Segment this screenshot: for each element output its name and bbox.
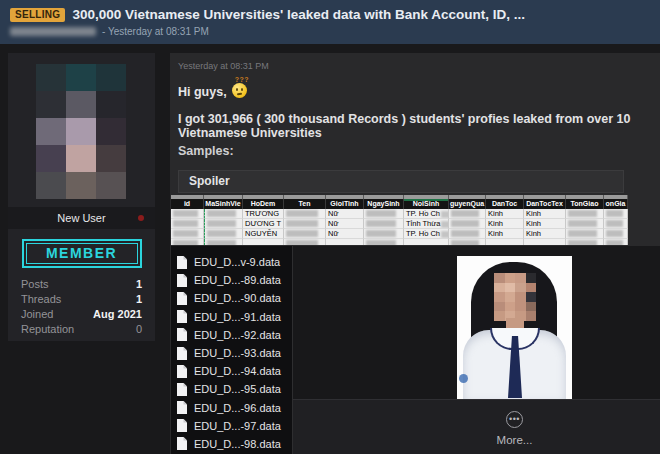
leaked-data-table: idMaSinhVieHoDemTenGioiTinhNgaySinhNoiSi… — [171, 195, 628, 245]
table-cell — [284, 229, 326, 239]
table-cell — [566, 209, 604, 219]
table-row — [171, 239, 628, 245]
table-cell — [566, 239, 604, 245]
forum-thread-page: SELLING 300,000 Vietnamese Universities'… — [0, 0, 660, 454]
file-list-item[interactable]: EDU_D...-97.data — [177, 417, 292, 435]
more-button[interactable]: More... — [457, 434, 572, 446]
table-header-cell: NoiSinh — [404, 199, 449, 209]
file-list-item[interactable]: EDU_D...v-9.data — [177, 253, 292, 271]
samples-label: Samples: — [178, 144, 234, 158]
table-cell: Kinh — [486, 209, 524, 219]
file-icon — [177, 437, 187, 450]
table-cell — [204, 239, 243, 245]
table-cell — [326, 239, 364, 245]
file-list-item[interactable]: EDU_D...-98.data — [177, 435, 292, 453]
table-header-cell: TonGiao — [566, 199, 604, 209]
file-icon — [177, 274, 187, 287]
table-cell — [486, 239, 524, 245]
file-icon — [177, 347, 187, 360]
file-icon — [177, 401, 187, 414]
file-icon — [177, 365, 187, 378]
table-header-cell: DanTocTex — [524, 199, 566, 209]
table-cell — [204, 219, 243, 229]
table-cell — [364, 239, 404, 245]
user-title-bar: New User — [8, 207, 155, 229]
table-cell — [204, 209, 243, 219]
pixelated-face — [494, 273, 536, 321]
avatar-pixel — [66, 91, 96, 118]
user-stats-panel: MEMBER Posts 1 Threads 1 Joined Aug 2021… — [8, 229, 155, 341]
file-name: EDU_D...-92.data — [194, 329, 281, 341]
post-greeting: Hi guys,??? — [178, 80, 248, 99]
table-cell: DƯƠNG T — [243, 219, 284, 229]
stat-label: Reputation — [21, 322, 74, 337]
table-cell — [284, 239, 326, 245]
file-name: EDU_D...-96.data — [194, 402, 281, 414]
table-cell — [364, 229, 404, 239]
table-header-row: idMaSinhVieHoDemTenGioiTinhNgaySinhNoiSi… — [171, 199, 628, 209]
avatar-pixel — [96, 172, 126, 199]
thread-timestamp: - Yesterday at 08:31 PM — [102, 26, 209, 37]
table-cell — [604, 209, 628, 219]
file-icon — [177, 256, 187, 269]
table-cell: Kinh — [486, 229, 524, 239]
table-cell — [449, 219, 486, 229]
avatar-pixel — [36, 118, 66, 145]
table-cell — [604, 229, 628, 239]
file-name: EDU_D...-91.data — [194, 311, 281, 323]
file-list-item[interactable]: EDU_D...-91.data — [177, 308, 292, 326]
table-header-cell: id — [171, 199, 204, 209]
file-name: EDU_D...-89.data — [194, 274, 281, 286]
stat-row: Posts 1 — [21, 277, 142, 292]
file-list-item[interactable]: EDU_D...-92.data — [177, 326, 292, 344]
file-list-item[interactable]: EDU_D...-89.data — [177, 271, 292, 289]
file-list-item[interactable]: EDU_D...-95.data — [177, 380, 292, 398]
table-header-cell: onGia — [604, 199, 628, 209]
table-row: TRƯƠNGNữTP. Hồ ChKinhKinh — [171, 209, 628, 219]
stat-label: Joined — [21, 307, 53, 322]
selling-badge: SELLING — [10, 8, 65, 22]
redacted-username[interactable] — [10, 27, 96, 36]
table-header-cell: DanToc — [486, 199, 524, 209]
table-cell: Nữ — [326, 229, 364, 239]
thread-title[interactable]: 300,000 Vietnamese Universities' leaked … — [72, 7, 525, 22]
avatar-pixel — [66, 118, 96, 145]
file-list-item[interactable]: EDU_D...-96.data — [177, 399, 292, 417]
emoji-question-marks: ??? — [235, 76, 249, 83]
stat-row: Joined Aug 2021 — [21, 307, 142, 322]
file-list-item[interactable]: EDU_D...-90.data — [177, 289, 292, 307]
table-cell: TP. Hồ Ch — [404, 229, 449, 239]
table-cell — [284, 219, 326, 229]
table-cell: Kinh — [486, 219, 524, 229]
table-row: NGUYỄNNữTP. Hồ ChKinhKinh — [171, 229, 628, 239]
table-header-cell: MaSinhVie — [204, 199, 243, 209]
avatar-pixel — [36, 91, 66, 118]
avatar-pixel — [36, 64, 66, 91]
file-list-item[interactable]: EDU_D...-94.data — [177, 362, 292, 380]
post-text: I got 301,966 ( 300 thousand Records ) s… — [178, 112, 653, 140]
member-group-badge: MEMBER — [22, 239, 142, 268]
file-list-item[interactable]: EDU_D...-93.data — [177, 344, 292, 362]
file-name: EDU_D...-90.data — [194, 292, 281, 304]
poster-sidebar: New User MEMBER Posts 1 Threads 1 Joined… — [8, 53, 155, 341]
user-title: New User — [57, 212, 105, 224]
stat-label: Posts — [21, 277, 49, 292]
table-cell — [449, 229, 486, 239]
table-cell: TP. Hồ Ch — [404, 209, 449, 219]
spoiler-toggle[interactable]: Spoiler — [178, 170, 624, 193]
avatar-pixel — [96, 91, 126, 118]
avatar[interactable] — [36, 64, 126, 199]
ellipsis-circle-icon[interactable]: ••• — [506, 411, 523, 428]
avatar-pixel — [66, 172, 96, 199]
table-cell — [243, 239, 284, 245]
student-id-photo[interactable] — [457, 256, 572, 399]
table-cell: Kinh — [524, 219, 566, 229]
file-icon — [177, 310, 187, 323]
thread-header: SELLING 300,000 Vietnamese Universities'… — [0, 0, 660, 44]
avatar-pixel — [66, 64, 96, 91]
table-cell — [524, 239, 566, 245]
table-header-cell: HoDem — [243, 199, 284, 209]
sample-file-browser: EDU_D...v-9.dataEDU_D...-89.dataEDU_D...… — [171, 246, 660, 454]
table-cell: Kinh — [524, 209, 566, 219]
file-name: EDU_D...-97.data — [194, 420, 281, 432]
